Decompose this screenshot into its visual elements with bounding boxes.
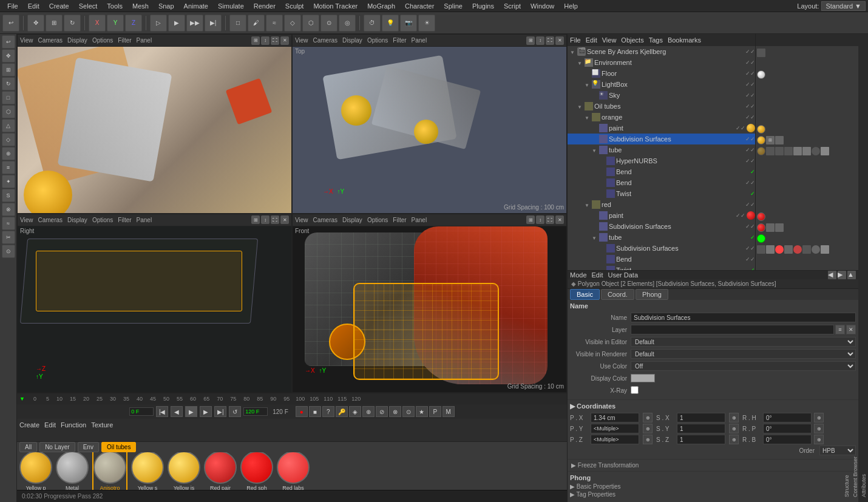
left-btn-14[interactable]: ✂ — [2, 231, 15, 244]
mat-swatch-1[interactable] — [56, 452, 89, 484]
left-btn-9[interactable]: ≡ — [2, 161, 15, 174]
tag-icon-red-s1[interactable] — [757, 245, 765, 254]
input-sx[interactable] — [677, 413, 725, 422]
layout-value[interactable]: Standard ▼ — [821, 1, 866, 11]
sm-edit[interactable]: Edit — [586, 36, 597, 44]
tag-icon-tube2[interactable] — [775, 147, 784, 155]
mat-swatch-4[interactable] — [168, 452, 200, 484]
mat-tab-nolayer[interactable]: No Layer — [39, 442, 75, 452]
scene-item-twist2[interactable]: Twist ✓ — [568, 265, 755, 270]
left-btn-6[interactable]: △ — [2, 119, 15, 132]
tag-sphere-red3[interactable] — [793, 245, 802, 254]
menu-edit[interactable]: Edit — [23, 2, 44, 10]
mat-item-3[interactable]: Yellow s — [131, 452, 164, 490]
scene-item-floor[interactable]: ⬜ Floor ✓✓ — [568, 68, 755, 79]
menu-sculpt[interactable]: Sculpt — [280, 2, 309, 10]
input-rb[interactable] — [763, 435, 812, 444]
rst-attributes[interactable]: Attributes — [860, 34, 868, 502]
play-btn[interactable]: ▶ — [185, 406, 197, 417]
y-axis-btn[interactable]: Y — [107, 15, 124, 32]
scene-item-tube-orange[interactable]: tube ✓✓ — [568, 144, 755, 155]
tag-sphere-red2[interactable] — [775, 245, 784, 254]
tag-icon-red1[interactable] — [766, 223, 775, 232]
left-btn-13[interactable]: ≈ — [2, 217, 15, 230]
vp-options-3[interactable]: Options — [92, 217, 113, 223]
vp-panel-4[interactable]: Panel — [412, 217, 427, 223]
vp-icon-11[interactable]: ⛶ — [271, 215, 279, 224]
vp-cameras-4[interactable]: Cameras — [313, 217, 338, 223]
left-btn-12[interactable]: ⊗ — [2, 203, 15, 216]
scene-item-oiltubes[interactable]: Oil tubes ✓✓ — [568, 101, 755, 112]
mat-function-btn[interactable]: Function — [61, 421, 86, 429]
vp-icon-3[interactable]: ⛶ — [271, 36, 279, 45]
phong-basic-props[interactable]: ▶ Basic Properties — [570, 483, 856, 490]
light-btn[interactable]: 💡 — [382, 15, 399, 32]
mat-swatch-6[interactable] — [240, 452, 273, 484]
tag-check-tube-red[interactable] — [757, 234, 765, 243]
vp-options-4[interactable]: Options — [367, 217, 388, 223]
scene-item-hypernurbs[interactable]: HyperNURBS ✓✓ — [568, 155, 755, 166]
vp-display-1[interactable]: Display — [67, 37, 87, 44]
left-btn-8[interactable]: ⊕ — [2, 147, 15, 160]
layer-input[interactable] — [631, 325, 834, 334]
tag-icon-tube3[interactable] — [784, 147, 793, 155]
vp-options-2[interactable]: Options — [367, 37, 388, 44]
scene-item-red[interactable]: red ✓✓ — [568, 199, 755, 210]
tag-sphere-subdiv-orange[interactable] — [757, 136, 765, 144]
phong-tag-props[interactable]: ▶ Tag Properties — [570, 490, 856, 498]
menu-select[interactable]: Select — [74, 2, 103, 10]
sm-view[interactable]: View — [602, 36, 617, 44]
tag-icon-red-s4[interactable] — [802, 245, 811, 254]
mat-tab-all[interactable]: All — [19, 442, 37, 452]
left-btn-obj[interactable]: □ — [2, 91, 15, 104]
input-px[interactable] — [591, 413, 639, 422]
tag-icon-subdiv2[interactable] — [775, 136, 784, 144]
pb-btn-b[interactable]: 🔑 — [336, 406, 348, 417]
menu-spline[interactable]: Spline — [439, 2, 467, 10]
rotate-tool[interactable]: ↻ — [64, 15, 81, 32]
mat-texture-btn[interactable]: Texture — [91, 421, 113, 429]
scene-item-twist1[interactable]: Twist ✓ — [568, 188, 755, 199]
input-pz[interactable] — [591, 435, 639, 444]
vp-filter-1[interactable]: Filter — [118, 37, 131, 44]
menu-animate[interactable]: Animate — [179, 2, 213, 10]
visible-renderer-select[interactable]: Default On Off — [631, 349, 856, 359]
vp-icon-7[interactable]: ⛶ — [546, 36, 554, 45]
input-py[interactable] — [591, 424, 639, 433]
render-region-btn[interactable]: ▷ — [150, 15, 167, 32]
use-color-select[interactable]: Off On Automatic — [631, 361, 856, 371]
vp-filter-4[interactable]: Filter — [393, 217, 406, 223]
name-input[interactable] — [631, 313, 856, 322]
mat-swatch-5[interactable] — [204, 452, 237, 484]
pz-spinner[interactable]: ⊕ — [643, 435, 653, 444]
tag-sphere-paint-red[interactable] — [757, 212, 765, 221]
scene-item-paint-red[interactable]: paint ✓✓ — [568, 210, 755, 221]
vp-cameras-3[interactable]: Cameras — [38, 217, 63, 223]
vp-view-4[interactable]: View — [295, 217, 308, 223]
xray-checkbox[interactable] — [631, 386, 639, 394]
tag-sphere-floor[interactable] — [757, 70, 765, 79]
coords-title[interactable]: ▶ Coordinates — [570, 402, 856, 410]
menu-plugins[interactable]: Plugins — [467, 2, 499, 10]
mat-tab-oiltubes[interactable]: Oil tubes — [101, 442, 136, 452]
vp-display-4[interactable]: Display — [342, 217, 362, 223]
tag-sphere-paint-orange[interactable] — [757, 125, 765, 134]
vp-icon-9[interactable]: ⊞ — [251, 215, 260, 224]
left-btn-5[interactable]: ⬡ — [2, 105, 15, 118]
menu-motion-tracker[interactable]: Motion Tracker — [308, 2, 362, 10]
scene-item-orange[interactable]: orange ✓✓ — [568, 112, 755, 123]
vp-cameras-2[interactable]: Cameras — [313, 37, 338, 44]
mode-btn[interactable]: Mode — [570, 271, 587, 279]
menu-mesh[interactable]: Mesh — [127, 2, 154, 10]
loop-sel-btn[interactable]: ⊙ — [320, 15, 337, 32]
scene-item-paint-orange[interactable]: paint ✓✓ — [568, 123, 755, 134]
tag-sphere-red4[interactable] — [812, 245, 820, 254]
mat-edit-btn[interactable]: Edit — [44, 421, 56, 429]
render-all-btn[interactable]: ▶▶ — [186, 15, 203, 32]
menu-file[interactable]: File — [2, 2, 23, 10]
mat-item-0[interactable]: Yellow p — [19, 452, 52, 490]
py-spinner[interactable]: ⊕ — [643, 424, 653, 433]
mat-swatch-3[interactable] — [131, 452, 164, 484]
mat-tab-env[interactable]: Env — [78, 442, 99, 452]
mat-create-btn[interactable]: Create — [19, 421, 39, 429]
